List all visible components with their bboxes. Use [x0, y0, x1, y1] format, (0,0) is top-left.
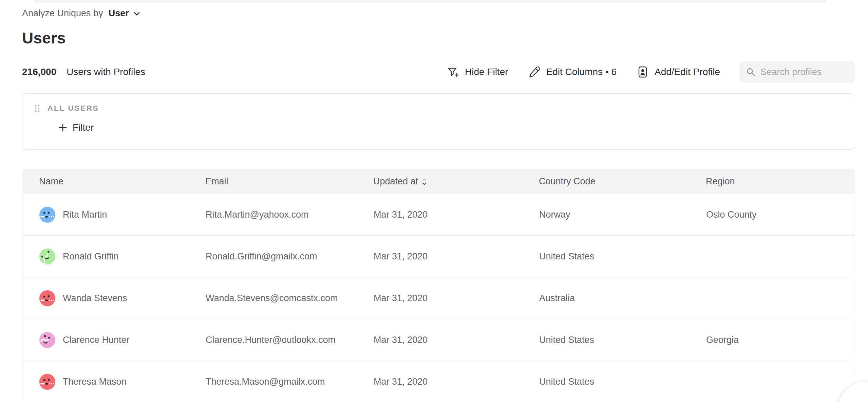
cutoff-card-edge [34, 0, 827, 3]
profile-card-icon [636, 66, 649, 78]
user-updated-at: Mar 31, 2020 [374, 377, 539, 387]
user-name: Theresa Mason [63, 377, 127, 387]
neutral-face-avatar [39, 374, 55, 390]
analyze-uniques-row: Analyze Uniques by User [22, 8, 855, 19]
user-country: United States [539, 335, 706, 345]
users-table: Name Email Updated at Country Code Regio… [22, 169, 855, 402]
hide-filter-button[interactable]: Hide Filter [447, 66, 508, 78]
add-edit-profile-button[interactable]: Add/Edit Profile [636, 66, 720, 78]
table-header: Name Email Updated at Country Code Regio… [22, 169, 855, 194]
user-email: Ronald.Griffin@gmailx.com [206, 251, 374, 262]
table-row[interactable]: Ronald Griffin Ronald.Griffin@gmailx.com… [22, 236, 855, 277]
user-country: Norway [539, 209, 706, 220]
column-header-name[interactable]: Name [39, 176, 205, 187]
analyze-uniques-label: Analyze Uniques by [22, 8, 103, 19]
table-row[interactable]: Theresa Mason Theresa.Mason@gmailx.com M… [22, 361, 855, 402]
toolbar: Hide Filter Edit Columns • 6 Add/Edit Pr… [447, 61, 855, 83]
actions-row: 216,000 Users with Profiles Hide Filter … [22, 61, 855, 83]
user-email: Wanda.Stevens@comcastx.com [206, 293, 374, 304]
user-country: United States [539, 377, 706, 387]
profile-count: 216,000 [22, 67, 56, 77]
smile-zigzag-face-avatar [39, 249, 55, 264]
user-updated-at: Mar 31, 2020 [374, 209, 539, 220]
table-row[interactable]: Clarence Hunter Clarence.Hunter@outlookx… [22, 319, 855, 361]
users-page: Analyze Uniques by User Users 216,000 Us… [0, 0, 868, 402]
user-country: United States [539, 251, 706, 262]
drag-handle-icon[interactable] [34, 104, 40, 112]
pencil-icon [528, 66, 541, 78]
table-row[interactable]: Wanda Stevens Wanda.Stevens@comcastx.com… [22, 277, 855, 319]
user-email: Rita.Martin@yahoox.com [206, 209, 374, 220]
user-email: Clarence.Hunter@outlookx.com [206, 335, 374, 345]
funnel-plus-icon [447, 66, 459, 78]
segment-row: ALL USERS [34, 104, 855, 113]
search-profiles-input[interactable] [760, 67, 849, 77]
analyze-uniques-value: User [109, 8, 129, 19]
search-profiles-box[interactable] [740, 61, 855, 83]
neutral-face-avatar [39, 207, 55, 223]
edit-columns-label: Edit Columns • 6 [546, 67, 617, 77]
user-email: Theresa.Mason@gmailx.com [206, 377, 374, 387]
neutral-face-avatar [39, 290, 55, 306]
analyze-uniques-dropdown[interactable]: User [109, 8, 140, 19]
table-body: Rita Martin Rita.Martin@yahoox.com Mar 3… [22, 194, 855, 402]
user-name: Ronald Griffin [63, 251, 119, 262]
user-country: Australia [539, 293, 706, 304]
add-filter-label: Filter [73, 122, 94, 133]
profile-count-label: Users with Profiles [67, 67, 145, 77]
user-name: Rita Martin [63, 209, 107, 220]
column-header-email[interactable]: Email [205, 176, 373, 187]
filter-panel: ALL USERS Filter [22, 93, 855, 150]
chevron-down-icon [133, 11, 140, 16]
segment-label: ALL USERS [48, 104, 99, 113]
user-name: Wanda Stevens [63, 293, 127, 304]
column-header-updated-at[interactable]: Updated at [373, 176, 539, 187]
edit-columns-button[interactable]: Edit Columns • 6 [528, 66, 617, 78]
hide-filter-label: Hide Filter [465, 67, 508, 77]
user-region: Oslo County [706, 209, 855, 220]
column-header-region[interactable]: Region [706, 176, 855, 187]
page-title: Users [22, 29, 855, 47]
search-icon [746, 66, 756, 78]
user-updated-at: Mar 31, 2020 [374, 335, 539, 345]
user-updated-at: Mar 31, 2020 [374, 293, 539, 304]
user-updated-at: Mar 31, 2020 [374, 251, 539, 262]
user-region: Georgia [706, 335, 855, 345]
table-row[interactable]: Rita Martin Rita.Martin@yahoox.com Mar 3… [22, 194, 855, 236]
add-edit-profile-label: Add/Edit Profile [655, 67, 720, 77]
column-header-country-code[interactable]: Country Code [539, 176, 706, 187]
add-filter-button[interactable]: Filter [58, 122, 94, 133]
user-name: Clarence Hunter [63, 335, 130, 345]
profile-count-group: 216,000 Users with Profiles [22, 67, 145, 77]
smile-wave-face-avatar [39, 332, 55, 348]
sort-icon [421, 177, 427, 186]
plus-icon [58, 123, 68, 132]
